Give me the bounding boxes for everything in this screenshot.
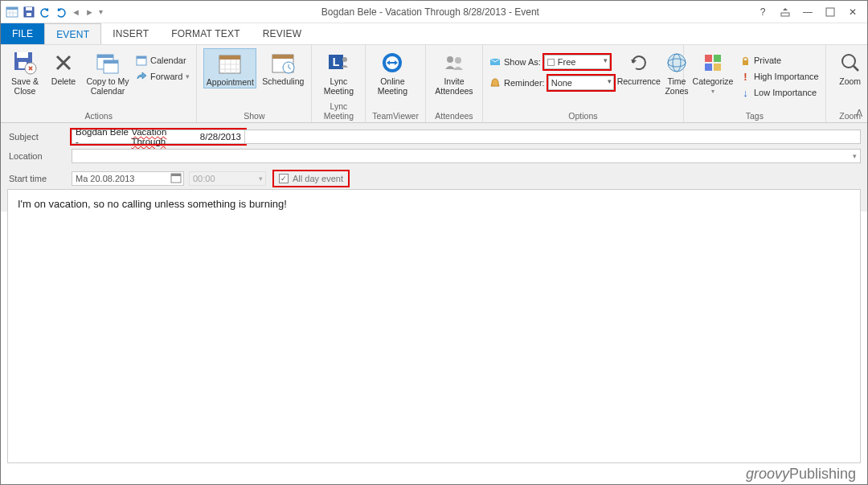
copy-to-calendar-button[interactable]: Copy to My Calendar [84,48,131,96]
lync-icon: L [326,50,351,76]
all-day-label: All day event [293,174,343,183]
actions-group-label: Actions [7,111,190,121]
group-lync: L Lync Meeting Lync Meeting [312,45,366,122]
maximize-button[interactable] [821,4,840,20]
group-options: Show As: Free ▾ Reminder: None ▾ [483,45,684,122]
actions-small-list: Calendar Forward ▾ [136,48,190,84]
reminder-label: Reminder: [504,78,545,88]
high-importance-button[interactable]: ! High Importance [740,69,819,84]
subject-input-extend[interactable] [245,129,861,144]
show-as-icon [489,56,501,68]
svg-rect-46 [743,60,748,65]
event-body-editor[interactable]: I'm on vacation, so no calling unless so… [7,189,861,463]
ribbon-options-icon[interactable] [776,4,795,20]
lync-meeting-button[interactable]: L Lync Meeting [318,48,358,96]
categorize-button[interactable]: Categorize ▾ [690,48,735,95]
invite-attendees-label: Invite Attendees [432,77,476,96]
chevron-down-icon[interactable]: ▾ [853,152,857,160]
undo-icon[interactable] [39,6,51,18]
appointment-button[interactable]: Appointment [203,48,256,88]
private-button[interactable]: Private [740,53,819,68]
group-teamviewer: Online Meeting TeamViewer [366,45,426,122]
attendees-icon [441,50,467,76]
calendar-icon[interactable] [170,172,182,185]
redo-icon[interactable] [55,6,67,18]
minimize-button[interactable]: — [798,4,817,20]
start-date-input[interactable]: Ma 20.08.2013 [72,171,184,186]
svg-rect-15 [97,55,113,58]
svg-rect-7 [27,13,31,16]
tab-insert[interactable]: INSERT [101,23,160,44]
reminder-value: None [551,78,572,88]
copy-calendar-label: Copy to My Calendar [84,77,131,96]
recurrence-label: Recurrence [617,77,661,87]
reminder-combo[interactable]: None ▾ [548,76,614,90]
recurrence-button[interactable]: Recurrence [617,48,661,87]
private-label: Private [754,55,781,65]
free-color-chip [547,59,555,66]
subject-label: Subject [9,132,72,142]
chevron-down-icon: ▾ [259,175,263,183]
svg-rect-28 [272,55,293,59]
app-icon [6,6,18,18]
copy-calendar-icon [95,50,121,76]
zoom-icon [837,50,863,76]
ribbon: Save & Close Delete Copy to My Calendar … [1,44,867,123]
tab-format-text[interactable]: FORMAT TEXT [160,23,252,44]
save-close-label: Save & Close [7,77,43,96]
save-close-button[interactable]: Save & Close [7,48,43,96]
tv-group-label: TeamViewer [372,111,419,121]
start-time-input: 00:00 ▾ [189,171,266,186]
qat-dropdown-icon[interactable]: ▾ [99,7,103,16]
close-button[interactable]: ✕ [843,4,862,20]
help-icon[interactable]: ? [753,4,772,20]
watermark: groovyPublishing [746,466,856,483]
attendees-group-label: Attendees [432,111,476,121]
ribbon-tabs: FILE EVENT INSERT FORMAT TEXT REVIEW [1,23,867,44]
show-as-value: Free [558,57,576,67]
chevron-down-icon: ▾ [608,77,612,85]
svg-rect-1 [6,7,18,10]
location-input[interactable]: ▾ [72,149,861,163]
qat-next-icon[interactable]: ► [85,7,94,17]
all-day-checkbox[interactable]: ✓ All day event [274,171,348,186]
show-group-label: Show [203,111,305,121]
svg-line-48 [854,66,858,71]
zoom-group-label: Zoom [833,111,868,121]
save-icon[interactable] [23,6,35,18]
start-time-label: Start time [9,174,72,183]
svg-rect-11 [17,52,28,58]
forward-icon [136,71,147,82]
zoom-button[interactable]: Zoom [833,48,868,87]
options-fields: Show As: Free ▾ Reminder: None ▾ [489,48,614,90]
forward-button[interactable]: Forward ▾ [136,69,190,84]
subject-input[interactable]: Bogdan Bele - Vacation Through 8/28/2013 [72,129,245,144]
svg-rect-17 [104,60,118,64]
show-as-label: Show As: [504,57,541,67]
save-close-icon [12,50,38,76]
group-show: Appointment Scheduling Show [197,45,312,122]
calendar-button[interactable]: Calendar [136,53,190,68]
qat-prev-icon[interactable]: ◄ [72,7,80,17]
low-importance-button[interactable]: ↓ Low Importance [740,85,819,100]
reminder-icon [489,77,501,88]
scheduling-icon [270,50,296,76]
online-meeting-button[interactable]: Online Meeting [372,48,412,96]
svg-point-32 [342,57,347,62]
svg-rect-50 [171,174,181,176]
delete-label: Delete [51,77,76,87]
delete-button[interactable]: Delete [47,48,80,87]
collapse-ribbon-icon[interactable]: ᐱ [856,108,862,119]
show-as-combo[interactable]: Free ▾ [544,55,610,69]
scheduling-label: Scheduling [262,77,304,87]
tab-event[interactable]: EVENT [44,23,101,44]
categorize-label: Categorize [693,77,734,87]
forward-label: Forward [150,72,182,81]
tab-review[interactable]: REVIEW [252,23,313,44]
checkbox-checked-icon: ✓ [279,174,289,183]
group-tags: Categorize ▾ Private ! High Importance ↓… [684,45,826,122]
tab-file[interactable]: FILE [1,23,44,44]
invite-attendees-button[interactable]: Invite Attendees [432,48,476,96]
scheduling-button[interactable]: Scheduling [261,48,305,87]
appointment-label: Appointment [207,78,254,88]
